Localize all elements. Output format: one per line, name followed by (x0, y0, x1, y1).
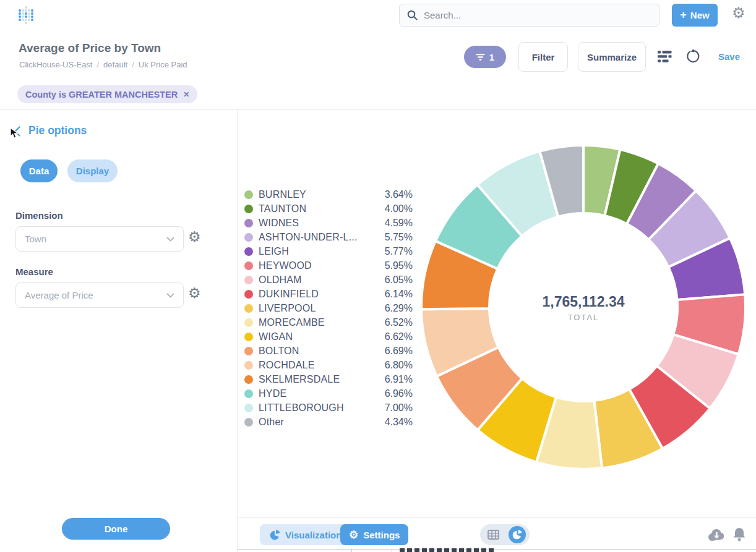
legend-item[interactable]: LEIGH 5.77% (244, 244, 413, 258)
back-icon[interactable] (14, 126, 20, 139)
gear-icon[interactable]: ⚙ (732, 6, 745, 20)
chevron-down-icon (166, 293, 174, 298)
legend-label: ROCHDALE (259, 360, 315, 371)
dimension-label: Dimension (15, 210, 63, 221)
legend-value: 6.29% (385, 303, 413, 314)
legend-value: 4.34% (385, 417, 413, 428)
breadcrumb-table[interactable]: Uk Price Paid (139, 60, 187, 69)
visualization-button-label: Visualization (285, 530, 341, 540)
legend-item[interactable]: ASHTON-UNDER-L... 5.75% (244, 230, 413, 244)
breadcrumb-database[interactable]: ClickHouse-US-East (19, 60, 92, 69)
search-input[interactable] (424, 10, 651, 20)
legend-item[interactable]: HEYWOOD 5.95% (244, 258, 413, 273)
history-icon[interactable] (685, 49, 700, 66)
measure-select[interactable]: Average of Price (15, 282, 184, 308)
chevron-down-icon (166, 237, 174, 242)
legend-value: 6.69% (385, 346, 413, 357)
summarize-button[interactable]: Summarize (578, 42, 646, 72)
legend-swatch (244, 190, 253, 199)
legend-value: 6.62% (385, 331, 413, 342)
legend-item[interactable]: HYDE 6.96% (244, 386, 413, 401)
clipped-column-divider (351, 549, 352, 552)
legend-value: 6.80% (385, 360, 413, 371)
header-divider (0, 109, 756, 110)
legend-swatch (244, 389, 253, 398)
legend-label: HYDE (259, 388, 286, 399)
footer-divider (237, 517, 756, 518)
pie-view-toggle[interactable] (509, 526, 526, 543)
legend-item[interactable]: Other 4.34% (244, 415, 413, 429)
filter-icon (476, 54, 485, 61)
chart-total-value: 1,765,112.34 (542, 294, 624, 310)
legend-value: 6.52% (385, 317, 413, 328)
download-icon[interactable] (708, 529, 725, 544)
done-button[interactable]: Done (62, 518, 170, 540)
new-button[interactable]: + New (672, 4, 718, 27)
tab-data[interactable]: Data (20, 159, 58, 182)
legend-item[interactable]: WIGAN 6.62% (244, 329, 413, 344)
gear-icon: ⚙ (349, 530, 358, 540)
legend-swatch (244, 290, 253, 299)
bell-icon[interactable] (732, 527, 746, 545)
filter-count-badge[interactable]: 1 (464, 46, 506, 68)
visualization-button[interactable]: Visualization (260, 524, 351, 545)
search-icon (407, 10, 418, 20)
breadcrumb: ClickHouse-US-East / default / Uk Price … (19, 60, 187, 69)
dimension-settings-gear-icon[interactable]: ⚙ (188, 230, 201, 244)
legend-label: BURNLEY (259, 189, 306, 200)
legend-value: 4.59% (385, 218, 413, 229)
close-icon[interactable]: ✕ (183, 90, 189, 99)
legend-swatch (244, 418, 253, 427)
breadcrumb-schema[interactable]: default (103, 60, 127, 69)
filter-chip[interactable]: County is GREATER MANCHESTER ✕ (17, 85, 197, 103)
legend-label: SKELMERSDALE (259, 374, 340, 385)
metabase-app: + New ⚙ Average of Price by Town ClickHo… (0, 0, 756, 552)
dimension-select[interactable]: Town (15, 226, 184, 252)
measure-settings-gear-icon[interactable]: ⚙ (188, 286, 201, 300)
sidebar-title[interactable]: Pie options (28, 124, 87, 137)
notebook-icon[interactable] (658, 50, 672, 66)
legend-item[interactable]: SKELMERSDALE 6.91% (244, 372, 413, 386)
clipped-content-dots (400, 548, 496, 552)
legend-item[interactable]: DUKINFIELD 6.14% (244, 287, 413, 301)
legend: BURNLEY 3.64% TAUNTON 4.00% WIDNES 4.59%… (244, 187, 413, 429)
legend-label: Other (259, 417, 284, 428)
filter-button-label: Filter (532, 52, 555, 62)
viz-type-toggle (480, 524, 530, 545)
breadcrumb-separator: / (132, 60, 134, 69)
legend-item[interactable]: BURNLEY 3.64% (244, 187, 413, 202)
legend-swatch (244, 247, 253, 256)
settings-button-label: Settings (363, 530, 400, 540)
search-bar[interactable] (399, 4, 659, 27)
legend-item[interactable]: BOLTON 6.69% (244, 344, 413, 358)
metabase-logo-icon[interactable] (19, 6, 35, 25)
legend-swatch (244, 304, 253, 313)
filter-button[interactable]: Filter (518, 42, 568, 72)
clipped-table-border (237, 549, 756, 550)
clipped-column-divider (392, 549, 392, 552)
legend-item[interactable]: WIDNES 4.59% (244, 216, 413, 230)
summarize-button-label: Summarize (587, 52, 637, 62)
save-button[interactable]: Save (718, 51, 740, 62)
legend-swatch (244, 261, 253, 270)
legend-label: LEIGH (259, 246, 289, 257)
legend-value: 6.14% (385, 289, 413, 300)
settings-button[interactable]: ⚙ Settings (340, 524, 408, 545)
legend-value: 7.00% (385, 402, 413, 414)
page-title[interactable]: Average of Price by Town (19, 41, 161, 55)
legend-item[interactable]: OLDHAM 6.05% (244, 273, 413, 287)
tab-display[interactable]: Display (67, 159, 118, 182)
legend-item[interactable]: MORECAMBE 6.52% (244, 315, 413, 329)
legend-item[interactable]: ROCHDALE 6.80% (244, 358, 413, 372)
table-view-toggle[interactable] (484, 530, 502, 540)
measure-label: Measure (15, 266, 53, 277)
legend-value: 5.95% (385, 260, 413, 271)
plus-icon: + (680, 9, 687, 20)
legend-label: DUKINFIELD (259, 289, 319, 300)
legend-item[interactable]: LIVERPOOL 6.29% (244, 301, 413, 315)
legend-item[interactable]: TAUNTON 4.00% (244, 202, 413, 216)
legend-item[interactable]: LITTLEBOROUGH 7.00% (244, 401, 413, 415)
measure-value: Average of Price (25, 290, 166, 300)
legend-swatch (244, 205, 253, 213)
legend-swatch (244, 347, 253, 355)
